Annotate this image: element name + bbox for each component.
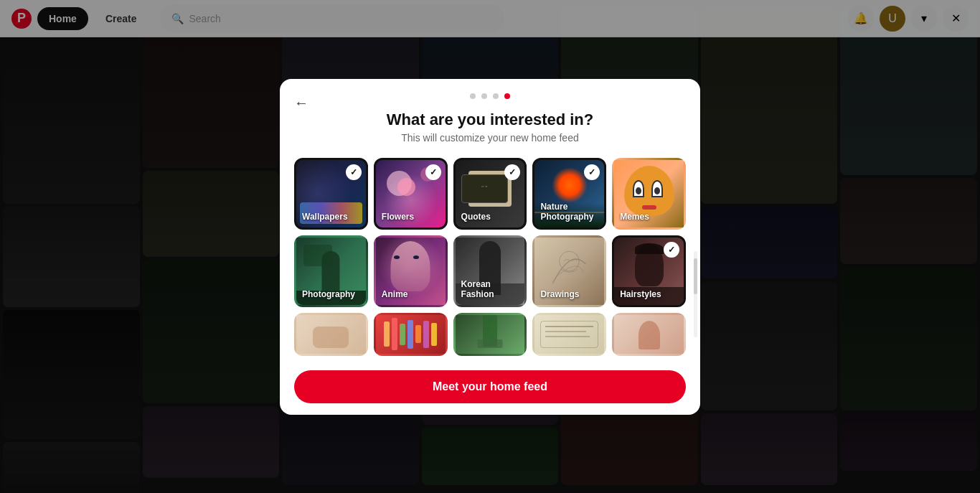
- check-badge-flowers: ✓: [425, 164, 441, 180]
- check-badge-wallpapers: ✓: [346, 164, 362, 180]
- scrollbar-track[interactable]: [694, 251, 697, 337]
- category-label-korean-fashion: Korean Fashion: [461, 279, 525, 299]
- category-partial-1[interactable]: [294, 313, 368, 356]
- modal-title: What are you interested in?: [387, 111, 594, 129]
- scrollbar-thumb[interactable]: [694, 258, 697, 294]
- drawing-sketch: [542, 245, 597, 294]
- step-indicators: [470, 93, 510, 99]
- check-badge-hairstyles: ✓: [664, 242, 679, 258]
- step-dot-4: [504, 93, 510, 99]
- category-memes[interactable]: Memes: [612, 158, 686, 230]
- category-photography[interactable]: Photography: [294, 235, 368, 307]
- back-button[interactable]: ←: [294, 95, 308, 111]
- category-quotes[interactable]: " " Quotes ✓: [453, 158, 527, 230]
- check-badge-nature: ✓: [584, 164, 600, 180]
- category-label-drawings: Drawings: [540, 289, 579, 299]
- category-anime[interactable]: Anime: [374, 235, 448, 307]
- category-partial-2[interactable]: [374, 313, 448, 356]
- category-nature[interactable]: Nature Photography ✓: [532, 158, 606, 230]
- meet-feed-button[interactable]: Meet your home feed: [294, 370, 686, 403]
- category-drawings[interactable]: Drawings: [532, 235, 606, 307]
- category-korean-fashion[interactable]: Korean Fashion: [453, 235, 527, 307]
- categories-wrapper[interactable]: Wallpapers ✓ Flowers ✓ ": [280, 152, 700, 362]
- category-hairstyles[interactable]: Hairstyles ✓: [612, 235, 686, 307]
- category-label-nature: Nature Photography: [540, 202, 604, 222]
- category-partial-3[interactable]: [453, 313, 527, 356]
- modal-header: ← What are you interested in? This will …: [280, 79, 700, 152]
- category-wallpapers[interactable]: Wallpapers ✓: [294, 158, 368, 230]
- category-label-hairstyles: Hairstyles: [620, 289, 661, 299]
- category-partial-5[interactable]: [612, 313, 686, 356]
- category-partial-4[interactable]: [532, 313, 606, 356]
- category-label-flowers: Flowers: [382, 212, 414, 222]
- check-badge-quotes: ✓: [504, 164, 520, 180]
- category-label-quotes: Quotes: [461, 212, 491, 222]
- modal-footer: Meet your home feed: [280, 362, 700, 403]
- category-flowers[interactable]: Flowers ✓: [374, 158, 448, 230]
- categories-grid: Wallpapers ✓ Flowers ✓ ": [294, 158, 686, 356]
- step-dot-1: [470, 93, 476, 99]
- category-label-wallpapers: Wallpapers: [302, 212, 348, 222]
- interests-modal: ← What are you interested in? This will …: [280, 79, 700, 415]
- step-dot-3: [493, 93, 499, 99]
- category-label-photography: Photography: [302, 289, 355, 299]
- step-dot-2: [481, 93, 487, 99]
- category-label-anime: Anime: [382, 289, 408, 299]
- category-label-memes: Memes: [620, 212, 649, 222]
- modal-subtitle: This will customize your new home feed: [401, 132, 578, 144]
